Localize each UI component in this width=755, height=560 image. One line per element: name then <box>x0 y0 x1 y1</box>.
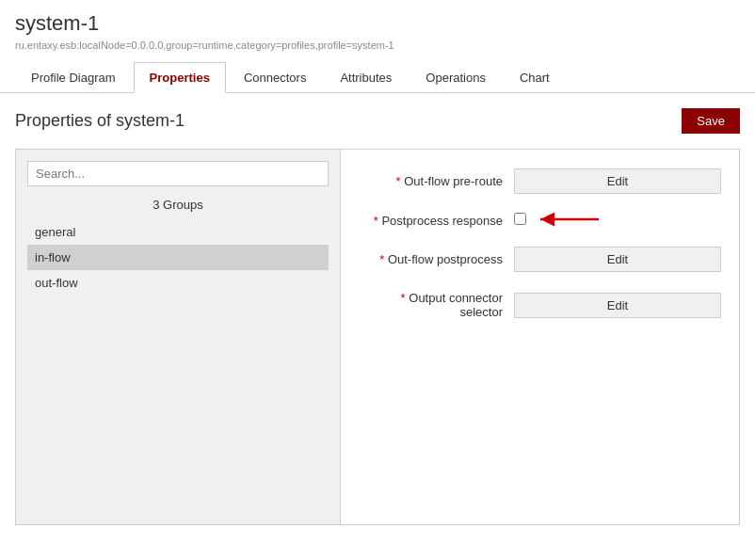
group-item-out-flow[interactable]: out-flow <box>27 270 329 296</box>
field-row-out-flow-postprocess: * Out-flow postprocess Edit <box>363 247 721 272</box>
group-item-general[interactable]: general <box>27 219 329 245</box>
tab-profile-diagram[interactable]: Profile Diagram <box>15 62 132 92</box>
control-postprocess-response <box>514 213 721 228</box>
label-out-flow-postprocess: * Out-flow postprocess <box>363 252 514 266</box>
left-panel: 3 Groups general in-flow out-flow <box>16 150 341 524</box>
tab-properties[interactable]: Properties <box>134 62 226 93</box>
tab-chart[interactable]: Chart <box>504 62 566 92</box>
postprocess-response-checkbox[interactable] <box>514 213 526 225</box>
groups-label: 3 Groups <box>27 198 329 212</box>
tab-attributes[interactable]: Attributes <box>324 62 408 92</box>
tab-connectors[interactable]: Connectors <box>228 62 322 92</box>
red-arrow-annotation <box>535 208 601 231</box>
page-title-row: Properties of system-1 Save <box>15 108 740 134</box>
label-out-flow-pre-route: * Out-flow pre-route <box>363 174 514 188</box>
right-panel: * Out-flow pre-route Edit * Postprocess … <box>341 150 744 524</box>
content-area: Properties of system-1 Save 3 Groups gen… <box>0 93 755 540</box>
page-title-app: system-1 <box>15 11 740 36</box>
header: system-1 ru.entaxy.esb:localNode=0.0.0.0… <box>0 0 755 62</box>
required-star-4: * <box>401 291 410 305</box>
main-panel: 3 Groups general in-flow out-flow * Out-… <box>15 149 740 525</box>
breadcrumb: ru.entaxy.esb:localNode=0.0.0.0,group=ru… <box>15 40 740 51</box>
search-input[interactable] <box>27 161 329 186</box>
edit-button-output-connector-selector[interactable]: Edit <box>514 293 721 318</box>
label-postprocess-response: * Postprocess response <box>363 214 514 228</box>
page-title: Properties of system-1 <box>15 111 185 131</box>
checkbox-arrow-container <box>514 213 526 225</box>
save-button[interactable]: Save <box>682 108 740 134</box>
required-star: * <box>396 174 405 188</box>
control-out-flow-postprocess: Edit <box>514 247 721 272</box>
label-output-connector-selector: * Output connector selector <box>363 291 514 319</box>
tab-bar: Profile Diagram Properties Connectors At… <box>0 62 755 93</box>
required-star-3: * <box>379 252 388 266</box>
tab-operations[interactable]: Operations <box>410 62 502 92</box>
field-row-output-connector-selector: * Output connector selector Edit <box>363 291 721 319</box>
edit-button-out-flow-pre-route[interactable]: Edit <box>514 168 721 194</box>
field-row-postprocess-response: * Postprocess response <box>363 213 721 228</box>
edit-button-out-flow-postprocess[interactable]: Edit <box>514 247 721 272</box>
group-item-in-flow[interactable]: in-flow <box>27 245 329 270</box>
field-row-out-flow-pre-route: * Out-flow pre-route Edit <box>363 168 721 194</box>
control-output-connector-selector: Edit <box>514 293 721 318</box>
control-out-flow-pre-route: Edit <box>514 168 721 194</box>
